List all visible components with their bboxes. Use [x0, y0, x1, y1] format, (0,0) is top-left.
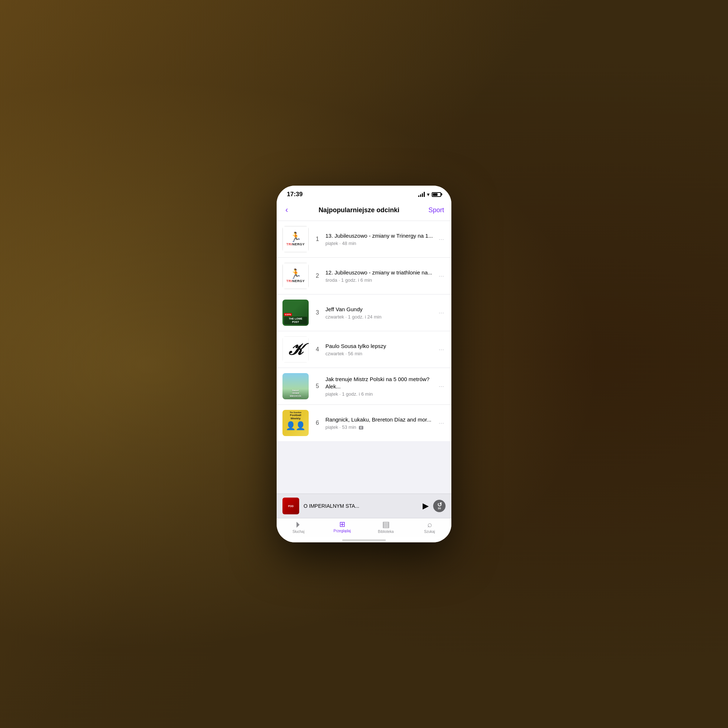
- home-bar: [342, 540, 386, 541]
- episode-meta: czwartek · 56 min: [326, 351, 435, 356]
- episode-rank: 6: [314, 420, 321, 426]
- mini-player-title: O IMPERIALNYM STA...: [304, 503, 418, 509]
- football-weekly-text: FootballWeekly: [290, 414, 301, 421]
- list-item[interactable]: ŚWIATOKIEMBIEGACZA 5 Jak trenuje Mistrz …: [277, 368, 451, 405]
- episode-info: 12. Jubileuszowo - zmiany w triathlonie …: [326, 269, 435, 283]
- content-area: 🏃 TRINERGY 1 13. Jubileuszowo - zmiany w…: [277, 221, 451, 494]
- more-button[interactable]: ···: [435, 344, 445, 355]
- status-time: 17:39: [287, 191, 303, 198]
- episode-title: Rangnick, Lukaku, Brereton Díaz and mor.…: [326, 416, 435, 423]
- tab-biblioteka[interactable]: ▤ Biblioteka: [364, 520, 408, 537]
- library-icon: ▤: [382, 520, 390, 529]
- espn-badge: ESPN: [284, 313, 292, 316]
- tab-sluchaj[interactable]: ⏵ Słuchaj: [277, 520, 320, 537]
- list-item[interactable]: 🏃 TRINERGY 1 13. Jubileuszowo - zmiany w…: [277, 221, 451, 258]
- tab-biblioteka-label: Biblioteka: [378, 530, 393, 534]
- football-art: 👤👤: [286, 421, 305, 431]
- episode-rank: 4: [314, 346, 321, 353]
- episode-meta: piątek · 1 godz. i 6 min: [326, 391, 435, 397]
- episode-artwork-2: 🏃 TRINERGY: [283, 263, 309, 289]
- episode-title: Jak trenuje Mistrz Polski na 5 000 metró…: [326, 376, 435, 391]
- mini-player-artwork: POD: [283, 498, 299, 514]
- episode-list: 🏃 TRINERGY 1 13. Jubileuszowo - zmiany w…: [277, 221, 451, 441]
- tab-szukaj[interactable]: ⌕ Szukaj: [408, 520, 451, 537]
- episode-meta: piątek · 53 min E: [326, 424, 435, 430]
- episode-rank: 5: [314, 383, 321, 390]
- replay-number: 30: [438, 507, 441, 510]
- k-logo: 𝒦: [289, 340, 302, 359]
- mini-art-label: POD: [288, 505, 294, 508]
- lowe-post-logo: THE LOWE POST: [284, 317, 307, 324]
- running-podcast-art: ŚWIATOKIEMBIEGACZA: [290, 390, 301, 398]
- mini-play-button[interactable]: ▶: [423, 501, 429, 511]
- episode-title: 12. Jubileuszowo - zmiany w triathlonie …: [326, 269, 435, 276]
- status-icons: ▾: [418, 191, 441, 197]
- more-button[interactable]: ···: [435, 234, 445, 245]
- episode-rank: 2: [314, 273, 321, 279]
- list-item[interactable]: 🏃 TRINERGY 2 12. Jubileuszowo - zmiany w…: [277, 258, 451, 294]
- tab-przegladaj-label: Przeglądaj: [333, 529, 350, 533]
- episode-rank: 1: [314, 236, 321, 242]
- episode-artwork-1: 🏃 TRINERGY: [283, 226, 309, 252]
- home-indicator: [277, 537, 451, 542]
- episode-artwork-4: 𝒦: [283, 336, 309, 362]
- episode-artwork-3: ESPN THE LOWE POST: [283, 300, 309, 326]
- play-circle-icon: ⏵: [294, 520, 303, 529]
- tab-sluchaj-label: Słuchaj: [293, 530, 305, 534]
- episode-title: Paulo Sousa tylko lepszy: [326, 343, 435, 350]
- more-button[interactable]: ···: [435, 307, 445, 318]
- tab-szukaj-label: Szukaj: [424, 530, 435, 534]
- mini-replay-button[interactable]: ↺ 30: [433, 500, 445, 512]
- more-button[interactable]: ···: [435, 418, 445, 428]
- search-icon: ⌕: [427, 520, 432, 529]
- more-button[interactable]: ···: [435, 271, 445, 281]
- list-item[interactable]: ESPN THE LOWE POST 3 Jeff Van Gundy czwa…: [277, 294, 451, 331]
- trinergy-runner-icon: 🏃: [290, 232, 301, 242]
- episode-info: 13. Jubileuszowo - zmiany w Trinergy na …: [326, 232, 435, 246]
- signal-icon: [418, 192, 425, 197]
- episode-artwork-5: ŚWIATOKIEMBIEGACZA: [283, 373, 309, 399]
- grid-icon: ⊞: [339, 520, 346, 528]
- nav-header: ‹ Najpopularniejsze odcinki Sport: [277, 201, 451, 221]
- episode-info: Jeff Van Gundy czwartek · 1 godz. i 24 m…: [326, 306, 435, 320]
- episode-title: Jeff Van Gundy: [326, 306, 435, 313]
- page-title: Najpopularniejsze odcinki: [318, 206, 399, 214]
- category-label[interactable]: Sport: [428, 206, 444, 214]
- mini-player[interactable]: POD O IMPERIALNYM STA... ▶ ↺ 30: [277, 494, 451, 518]
- trinergy-logo-text: TRINERGY: [286, 279, 305, 283]
- trinergy-runner-icon: 🏃: [290, 269, 301, 278]
- episode-info: Jak trenuje Mistrz Polski na 5 000 metró…: [326, 376, 435, 397]
- episode-meta: czwartek · 1 godz. i 24 min: [326, 314, 435, 320]
- more-button[interactable]: ···: [435, 381, 445, 392]
- episode-rank: 3: [314, 309, 321, 316]
- tab-przegladaj[interactable]: ⊞ Przeglądaj: [320, 520, 364, 537]
- phone-container: 17:39 ▾ ‹ Najpopularniejsze odcinki Spor…: [277, 186, 451, 542]
- explicit-badge: E: [359, 426, 363, 430]
- back-button[interactable]: ‹: [284, 204, 289, 216]
- tab-bar: ⏵ Słuchaj ⊞ Przeglądaj ▤ Biblioteka ⌕ Sz…: [277, 518, 451, 537]
- wifi-icon: ▾: [427, 191, 430, 197]
- status-bar: 17:39 ▾: [277, 186, 451, 201]
- episode-info: Paulo Sousa tylko lepszy czwartek · 56 m…: [326, 343, 435, 356]
- battery-icon: [432, 192, 441, 197]
- episode-meta: środa · 1 godz. i 6 min: [326, 277, 435, 283]
- episode-meta: piątek · 48 min: [326, 241, 435, 246]
- episode-artwork-6: The Guardian FootballWeekly 👤👤: [283, 410, 309, 436]
- trinergy-logo-text: TRINERGY: [286, 242, 305, 246]
- list-item[interactable]: 𝒦 4 Paulo Sousa tylko lepszy czwartek · …: [277, 331, 451, 368]
- list-item[interactable]: The Guardian FootballWeekly 👤👤 6 Rangnic…: [277, 405, 451, 441]
- episode-title: 13. Jubileuszowo - zmiany w Trinergy na …: [326, 232, 435, 240]
- episode-info: Rangnick, Lukaku, Brereton Díaz and mor.…: [326, 416, 435, 430]
